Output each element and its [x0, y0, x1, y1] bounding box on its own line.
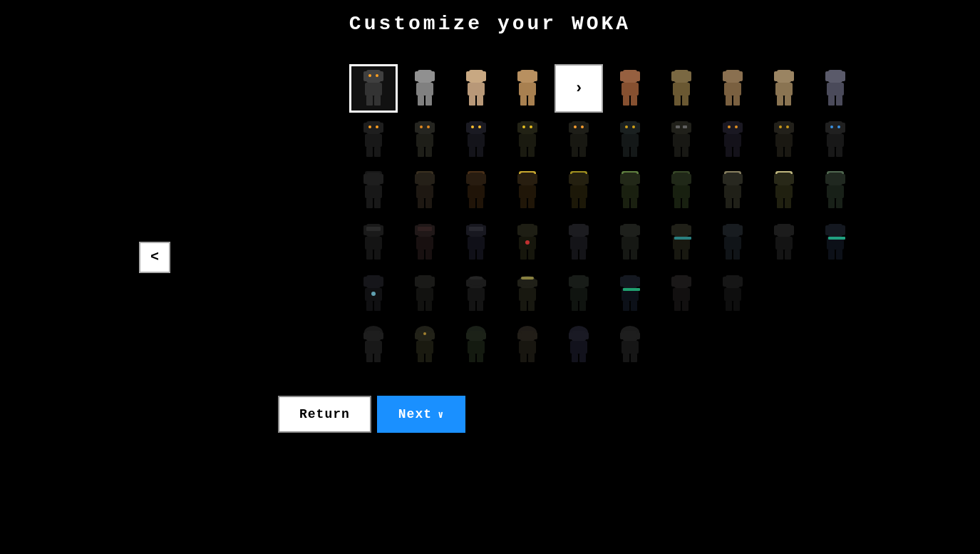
svg-rect-149 [425, 198, 432, 208]
char-r5c6[interactable] [606, 270, 654, 318]
svg-rect-300 [521, 277, 534, 279]
char-r2c3[interactable] [452, 116, 500, 164]
char-r6c1[interactable] [349, 321, 398, 369]
svg-rect-309 [636, 277, 640, 287]
char-r3c8[interactable] [708, 167, 757, 215]
char-r5c5[interactable] [555, 270, 603, 318]
svg-rect-12 [418, 96, 424, 106]
svg-rect-240 [623, 224, 637, 237]
char-r5c4[interactable] [503, 270, 552, 318]
svg-rect-129 [825, 123, 830, 133]
char-r5c1[interactable] [349, 270, 398, 318]
return-button[interactable]: Return [278, 396, 371, 433]
svg-rect-212 [366, 227, 381, 231]
char-r6c5[interactable] [555, 321, 603, 369]
char-r3c6[interactable] [606, 167, 654, 215]
char-r3c2[interactable] [401, 167, 449, 215]
character-cell-light[interactable] [452, 64, 500, 113]
char-r4c6[interactable] [606, 218, 654, 267]
svg-rect-76 [469, 147, 475, 157]
char-r4c5[interactable] [555, 218, 603, 267]
svg-rect-41 [724, 83, 741, 96]
character-cell-selected[interactable] [349, 64, 398, 113]
char-r6c6[interactable] [606, 321, 654, 369]
char-r6c2[interactable] [401, 321, 449, 369]
next-button[interactable]: Next ∨ [377, 396, 466, 433]
character-cell-nav-right[interactable]: › [555, 64, 603, 113]
char-r2c8[interactable] [708, 116, 757, 164]
char-r2c6[interactable] [606, 116, 654, 164]
svg-rect-316 [687, 277, 691, 287]
char-r4c8[interactable] [708, 218, 757, 267]
svg-rect-4 [366, 96, 373, 106]
svg-rect-142 [374, 198, 381, 208]
character-cell-tan[interactable] [503, 64, 552, 113]
char-r4c7[interactable] [657, 218, 706, 267]
svg-rect-33 [671, 71, 676, 81]
svg-rect-324 [726, 301, 732, 311]
svg-rect-236 [584, 225, 589, 235]
svg-rect-30 [623, 96, 629, 106]
char-r3c7[interactable] [657, 167, 706, 215]
svg-rect-255 [738, 225, 743, 235]
svg-rect-193 [777, 173, 791, 185]
svg-rect-211 [374, 250, 381, 260]
char-r2c5[interactable] [555, 116, 603, 164]
svg-rect-132 [828, 147, 835, 157]
svg-rect-123 [775, 134, 793, 147]
svg-rect-210 [366, 250, 373, 260]
char-r3c4[interactable] [503, 167, 552, 215]
character-cell-khaki[interactable] [760, 64, 808, 113]
svg-rect-18 [469, 96, 475, 106]
svg-rect-54 [828, 96, 835, 106]
svg-rect-360 [572, 354, 578, 362]
char-r2c1[interactable] [349, 116, 398, 164]
svg-point-103 [632, 125, 635, 128]
character-cell-verydark[interactable] [811, 64, 860, 113]
char-r2c10[interactable] [811, 116, 860, 164]
char-r2c4[interactable] [503, 116, 552, 164]
char-r4c1[interactable] [349, 218, 398, 267]
char-r6c3[interactable] [452, 321, 500, 369]
svg-rect-85 [528, 147, 535, 157]
character-cell-brown2[interactable] [708, 64, 757, 113]
character-cell-olive[interactable] [606, 64, 654, 113]
svg-rect-191 [733, 198, 740, 208]
char-r4c2[interactable] [401, 218, 449, 267]
svg-point-86 [522, 125, 525, 128]
svg-rect-231 [520, 250, 527, 260]
svg-rect-358 [584, 332, 589, 339]
char-r3c10[interactable] [811, 167, 860, 215]
char-r5c7[interactable] [657, 270, 706, 318]
svg-rect-26 [623, 70, 637, 83]
char-r3c5[interactable] [555, 167, 603, 215]
character-row-4 [349, 218, 860, 267]
svg-point-135 [837, 125, 840, 128]
character-cell-gray[interactable] [401, 64, 449, 113]
svg-rect-282 [416, 288, 433, 301]
char-r2c2[interactable] [401, 116, 449, 164]
character-cell-olive2[interactable] [657, 64, 706, 113]
svg-rect-246 [674, 224, 688, 237]
char-r6c4[interactable] [503, 321, 552, 369]
char-r2c9[interactable] [760, 116, 808, 164]
svg-rect-13 [425, 96, 432, 106]
svg-rect-36 [674, 96, 681, 106]
char-r5c2[interactable] [401, 270, 449, 318]
char-r3c9[interactable] [760, 167, 808, 215]
svg-rect-368 [631, 354, 637, 362]
svg-rect-176 [623, 198, 629, 208]
left-nav-arrow[interactable]: < [139, 242, 170, 273]
char-r5c3[interactable] [452, 270, 500, 318]
char-r4c4[interactable] [503, 218, 552, 267]
char-r4c10[interactable] [811, 218, 860, 267]
char-r4c3[interactable] [452, 218, 500, 267]
char-r2c7[interactable] [657, 116, 706, 164]
char-r5c8[interactable] [708, 270, 757, 318]
svg-rect-147 [416, 185, 433, 198]
char-r3c3[interactable] [452, 167, 500, 215]
char-r4c9[interactable] [760, 218, 808, 267]
svg-rect-301 [572, 275, 586, 288]
svg-rect-35 [673, 83, 690, 96]
char-r3c1[interactable] [349, 167, 398, 215]
